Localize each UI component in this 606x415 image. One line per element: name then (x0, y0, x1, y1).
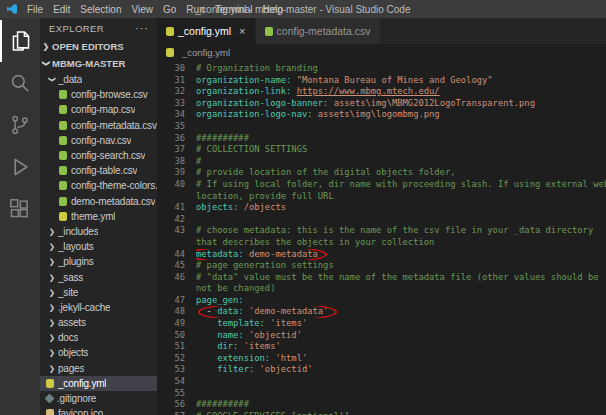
run-debug-icon[interactable] (0, 146, 40, 188)
code-text[interactable]: # "data" value must be the name of the m… (196, 272, 606, 284)
code-line: 41objects: /objects (157, 202, 606, 214)
code-line: 43# choose metadata: this is the name of… (157, 225, 606, 237)
file-item-config-map.csv[interactable]: config-map.csv (40, 102, 157, 117)
folder-item-assets[interactable]: ❯assets (40, 315, 157, 330)
menu-view[interactable]: View (127, 0, 159, 18)
code-text[interactable] (196, 214, 606, 226)
menu-file[interactable]: File (22, 0, 48, 18)
file-item-config-table.csv[interactable]: config-table.csv (40, 163, 157, 178)
item-label: config-nav.csv (71, 135, 131, 146)
more-actions-icon[interactable]: ··· (135, 22, 149, 34)
code-text[interactable]: organization-logo-nav: assets\img\logomb… (196, 109, 606, 121)
explorer-icon[interactable] (0, 20, 40, 62)
code-token: 'items' (238, 341, 280, 351)
code-editor[interactable]: 30# Organization branding31organization-… (157, 61, 606, 415)
code-text[interactable]: name: 'objectid' (196, 330, 606, 342)
code-line: 54 (157, 376, 606, 388)
file-item-config-browse.csv[interactable]: config-browse.csv (40, 87, 157, 102)
folder-item-docs[interactable]: ❯docs (40, 330, 157, 345)
code-text[interactable]: dir: 'items' (196, 341, 606, 353)
source-control-icon[interactable] (0, 104, 40, 146)
folder-item-_site[interactable]: ❯_site (40, 285, 157, 300)
code-token: https://www.mbmg.mtech.edu/ (297, 86, 440, 96)
folder-item-_sass[interactable]: ❯_sass (40, 269, 157, 284)
file-item-_config.yml[interactable]: _config.yml (40, 376, 157, 391)
menu-go[interactable]: Go (158, 0, 181, 18)
vscode-window: FileEditSelectionViewGoRunTerminalHelp _… (0, 0, 606, 415)
code-text[interactable]: # GOOGLE SERVICES [optional!] (196, 411, 606, 415)
code-text[interactable]: organization-name: "Montana Bureau of Mi… (196, 75, 606, 87)
code-text[interactable]: ########## (196, 133, 606, 145)
code-text[interactable]: ########## (196, 399, 606, 411)
csv-file-icon (59, 121, 67, 130)
code-text[interactable]: # COLLECTION SETTINGS (196, 144, 606, 156)
line-number: 50 (157, 330, 196, 342)
folder-item-.jekyll-cache[interactable]: ❯.jekyll-cache (40, 300, 157, 315)
chevron-right-icon: ❯ (46, 318, 58, 327)
code-text[interactable]: not be changed) (196, 283, 606, 295)
code-line: 52 extension: 'html' (157, 353, 606, 365)
explorer-sidebar: EXPLORER ··· ❯ OPEN EDITORS ❯ MBMG-MASTE… (40, 18, 157, 415)
breadcrumbs[interactable]: _config.yml (157, 44, 606, 61)
root-folder-section[interactable]: ❯ MBMG-MASTER (40, 55, 157, 72)
code-text[interactable]: location, provide full URL (196, 191, 606, 203)
window-title: _config.yml - mbmg-master - Visual Studi… (196, 4, 411, 15)
line-number: 30 (157, 63, 196, 75)
code-text[interactable]: filter: 'objectid' (196, 364, 606, 376)
file-item-demo-metadata.csv[interactable]: demo-metadata.csv (40, 194, 157, 209)
code-token: # "data" value must be the name of the m… (196, 272, 599, 282)
file-item-config-search.csv[interactable]: config-search.csv (40, 148, 157, 163)
file-item-config-theme-colors.csv[interactable]: config-theme-colors.csv (40, 178, 157, 193)
line-number: 32 (157, 86, 196, 98)
code-text[interactable]: organization-logo-banner: assets\img\MBM… (196, 98, 606, 110)
code-text[interactable] (196, 388, 606, 400)
code-text[interactable]: page_gen: (196, 295, 606, 307)
code-line: 48 - data: 'demo-metadata' (157, 306, 606, 318)
code-text[interactable]: extension: 'html' (196, 353, 606, 365)
code-text[interactable] (196, 376, 606, 388)
code-line: 53 filter: 'objectid' (157, 364, 606, 376)
code-text[interactable]: # Organization branding (196, 63, 606, 75)
folder-item-_includes[interactable]: ❯_includes (40, 224, 157, 239)
line-number: 51 (157, 341, 196, 353)
code-text[interactable]: - data: 'demo-metadata' (196, 306, 606, 318)
csv-file-icon (59, 151, 67, 160)
file-item-config-metadata.csv[interactable]: config-metadata.csv (40, 118, 157, 133)
tab-_config.yml[interactable]: _config.yml× (157, 18, 256, 44)
search-icon[interactable] (0, 62, 40, 104)
code-text[interactable]: # If using local folder, dir name with p… (196, 179, 606, 191)
menu-edit[interactable]: Edit (48, 0, 75, 18)
code-text[interactable]: # page generation settings (196, 260, 606, 272)
code-text[interactable]: # provide location of the digital object… (196, 167, 606, 179)
folder-item-objects[interactable]: ❯objects (40, 345, 157, 360)
root-folder-label: MBMG-MASTER (52, 58, 125, 69)
extensions-icon[interactable] (0, 188, 40, 230)
folder-item-pages[interactable]: ❯pages (40, 361, 157, 376)
code-text[interactable]: # choose metadata: this is the name of t… (196, 225, 606, 237)
activity-bar (0, 18, 40, 415)
file-item-favicon.ico[interactable]: favicon.ico (40, 406, 157, 415)
code-text[interactable]: that describes the objects in your colle… (196, 237, 606, 249)
code-text[interactable]: objects: /objects (196, 202, 606, 214)
tab-config-metadata.csv[interactable]: config-metadata.csv (256, 18, 381, 44)
file-item-theme.yml[interactable]: theme.yml (40, 209, 157, 224)
code-text[interactable]: organization-link: https://www.mbmg.mtec… (196, 86, 606, 98)
close-icon[interactable]: × (239, 25, 245, 37)
code-line: location, provide full URL (157, 191, 606, 203)
folder-item-_layouts[interactable]: ❯_layouts (40, 239, 157, 254)
code-text[interactable] (196, 121, 606, 133)
file-item-config-nav.csv[interactable]: config-nav.csv (40, 133, 157, 148)
folder-item-_plugins[interactable]: ❯_plugins (40, 254, 157, 269)
open-editors-section[interactable]: ❯ OPEN EDITORS (40, 38, 157, 55)
code-text[interactable]: template: 'items' (196, 318, 606, 330)
code-text[interactable]: # (196, 156, 606, 168)
item-label: assets (58, 317, 86, 328)
code-text[interactable]: metadata: demo-metadata (196, 249, 606, 261)
code-line: 39# provide location of the digital obje… (157, 167, 606, 179)
menu-selection[interactable]: Selection (75, 0, 126, 18)
code-line: 38# (157, 156, 606, 168)
file-item-.gitignore[interactable]: .gitignore (40, 391, 157, 406)
breadcrumb-item[interactable]: _config.yml (182, 47, 230, 58)
code-token: data: (217, 306, 243, 316)
folder-item-_data[interactable]: ❯_data (40, 72, 157, 87)
